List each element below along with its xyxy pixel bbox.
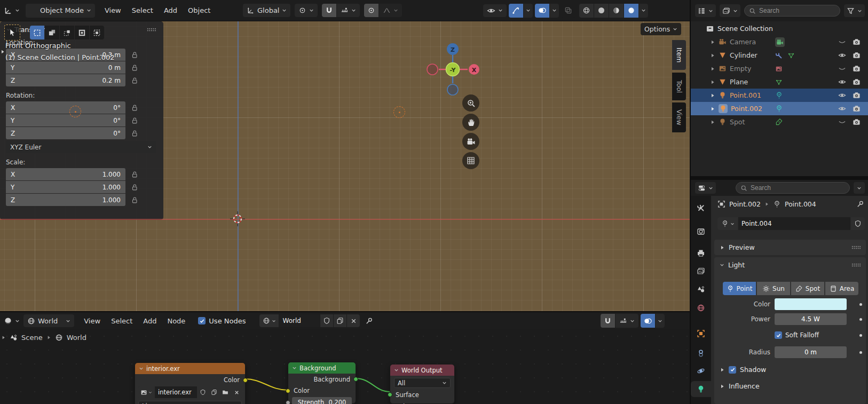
node-world-output[interactable]: World Output All Surface Volume — [390, 364, 455, 404]
pan-button[interactable] — [462, 114, 479, 131]
shading-rendered-button[interactable] — [624, 4, 638, 18]
active-tool-select-button[interactable] — [4, 25, 20, 41]
outliner-row-empty[interactable]: Empty — [691, 62, 868, 75]
animate-dot[interactable] — [859, 303, 862, 306]
lock-open-icon[interactable] — [131, 104, 138, 112]
socket-color-input[interactable] — [286, 389, 290, 393]
tab-output[interactable] — [691, 245, 711, 261]
mode-dropdown[interactable]: Object Mode — [26, 4, 95, 18]
unlink-datablock-button[interactable] — [347, 314, 360, 327]
node-collapse-icon[interactable] — [394, 368, 399, 373]
overlays-dropdown[interactable] — [550, 4, 559, 18]
scale-x-field[interactable]: X1.000 — [6, 168, 125, 180]
expand-icon[interactable] — [710, 93, 715, 98]
overlays-dropdown[interactable] — [656, 314, 665, 328]
scale-y-field[interactable]: Y1.000 — [6, 181, 125, 193]
tab-scene[interactable] — [691, 281, 711, 297]
world-browse-dropdown[interactable] — [259, 314, 279, 327]
rotation-y-field[interactable]: Y0° — [6, 114, 125, 126]
snap-toggle[interactable] — [322, 4, 336, 17]
panel-grip-handle[interactable] — [147, 28, 156, 31]
breadcrumb-object[interactable]: Point.002 — [729, 200, 761, 208]
menu-view[interactable]: View — [78, 317, 106, 325]
search-input[interactable] — [751, 184, 804, 192]
sidebar-tab-tool[interactable]: Tool — [672, 73, 686, 100]
editor-type-button[interactable] — [0, 314, 23, 327]
pivot-point-dropdown[interactable] — [295, 4, 318, 17]
outliner-row-spot[interactable]: Spot — [691, 115, 868, 129]
options-dropdown[interactable]: Options — [641, 23, 681, 35]
lock-open-icon[interactable] — [131, 130, 138, 137]
outliner-search[interactable] — [744, 5, 840, 17]
expand-icon[interactable] — [710, 106, 715, 112]
hide-toggle-closed[interactable] — [838, 118, 846, 126]
hide-toggle-closed[interactable] — [838, 38, 846, 46]
spot-light-data-icon[interactable] — [775, 118, 783, 126]
perspective-toggle-button[interactable] — [462, 152, 479, 169]
radius-field[interactable]: 0 m — [775, 346, 847, 358]
snap-toggle[interactable] — [601, 314, 615, 328]
use-nodes-checkbox[interactable]: Use Nodes — [198, 317, 246, 325]
zoom-button[interactable] — [462, 94, 479, 112]
expand-icon[interactable] — [710, 66, 715, 72]
sidebar-tab-item[interactable]: Item — [672, 40, 686, 70]
fake-user-button[interactable] — [851, 217, 865, 230]
properties-search[interactable] — [736, 182, 850, 194]
rotation-mode-dropdown[interactable]: XYZ Euler — [6, 141, 156, 153]
menu-add[interactable]: Add — [159, 6, 183, 14]
hide-toggle-open[interactable] — [838, 51, 846, 59]
soft-falloff-checkbox[interactable]: Soft Falloff — [775, 331, 819, 339]
camera-data-icon[interactable] — [775, 37, 785, 47]
node-background[interactable]: Background Background Color Strength 0.2… — [288, 362, 356, 404]
image-data-icon[interactable] — [775, 65, 783, 73]
hide-toggle-open[interactable] — [838, 78, 846, 86]
animate-dot[interactable] — [859, 351, 862, 354]
fake-user-button[interactable] — [320, 314, 333, 327]
tab-tool[interactable] — [691, 200, 711, 216]
hide-toggle-open[interactable] — [838, 105, 846, 113]
lock-open-icon[interactable] — [131, 184, 138, 191]
menu-view[interactable]: View — [99, 6, 127, 14]
filter-dropdown[interactable] — [844, 4, 865, 17]
tab-object[interactable] — [691, 326, 711, 342]
lock-open-icon[interactable] — [131, 77, 138, 84]
light-color-swatch[interactable] — [775, 298, 847, 310]
expand-icon[interactable] — [710, 120, 715, 125]
node-collapse-icon[interactable] — [292, 366, 297, 370]
lock-open-icon[interactable] — [131, 51, 138, 59]
select-mode-invert-button[interactable] — [75, 26, 89, 39]
proportional-falloff-dropdown[interactable] — [379, 4, 402, 17]
point-light-gizmo[interactable] — [393, 106, 405, 118]
sidebar-tab-view[interactable]: View — [672, 102, 686, 132]
open-image-button[interactable] — [220, 386, 231, 398]
unlink-button[interactable] — [231, 386, 242, 398]
render-visibility-toggle[interactable] — [853, 38, 861, 46]
render-visibility-toggle[interactable] — [853, 118, 861, 126]
select-mode-intersect-button[interactable] — [90, 26, 104, 39]
panel-splitter[interactable] — [691, 176, 868, 180]
power-field[interactable]: 4.5 W — [775, 313, 847, 325]
render-visibility-toggle[interactable] — [853, 78, 861, 86]
panel-grip-handle[interactable] — [851, 245, 861, 249]
menu-select[interactable]: Select — [127, 6, 159, 14]
duplicate-button[interactable] — [209, 386, 219, 398]
menu-object[interactable]: Object — [183, 6, 216, 14]
shader-type-dropdown[interactable]: World — [23, 314, 74, 327]
fake-user-button[interactable] — [198, 386, 208, 398]
tab-world[interactable] — [691, 300, 711, 316]
outliner-row-camera[interactable]: Camera — [691, 35, 868, 49]
shading-wireframe-button[interactable] — [579, 4, 594, 18]
render-visibility-toggle[interactable] — [853, 65, 861, 73]
animate-dot[interactable] — [859, 334, 862, 337]
location-y-field[interactable]: Y0 m — [6, 61, 125, 74]
outliner-row-scene-collection[interactable]: Scene Collection — [691, 22, 868, 35]
modifier-wrench-icon[interactable] — [775, 52, 783, 59]
duplicate-datablock-button[interactable] — [334, 314, 346, 327]
tab-object-data[interactable] — [691, 381, 711, 397]
rotation-x-field[interactable]: X0° — [6, 101, 125, 114]
point-light-data-icon[interactable] — [775, 105, 783, 113]
image-browse-dropdown[interactable] — [138, 386, 154, 398]
tab-render[interactable] — [691, 224, 711, 240]
render-visibility-toggle[interactable] — [853, 105, 861, 113]
pin-icon[interactable] — [365, 317, 373, 325]
